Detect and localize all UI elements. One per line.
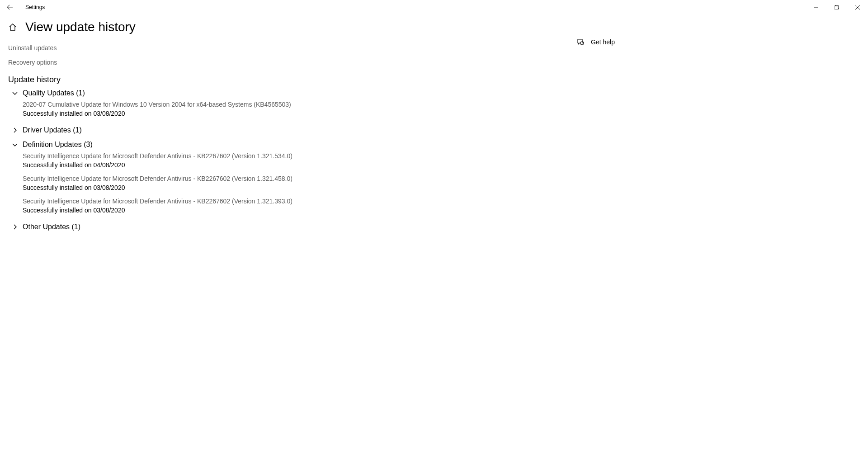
titlebar: Settings — [0, 0, 868, 14]
chevron-right-icon — [11, 126, 19, 134]
content: Get help Uninstall updates Recovery opti… — [0, 38, 868, 233]
group-label: Other Updates (1) — [23, 223, 80, 231]
titlebar-left: Settings — [4, 1, 45, 14]
group-label: Definition Updates (3) — [23, 141, 93, 149]
update-item-status: Successfully installed on 03/08/2020 — [23, 184, 125, 191]
group-definition-updates[interactable]: Definition Updates (3) — [11, 139, 860, 151]
recovery-options-link[interactable]: Recovery options — [8, 55, 860, 70]
minimize-button[interactable] — [806, 0, 826, 14]
update-item-title[interactable]: Security Intelligence Update for Microso… — [23, 152, 292, 161]
chat-help-icon — [576, 38, 585, 46]
update-item: Security Intelligence Update for Microso… — [23, 196, 860, 218]
page-title: View update history — [25, 20, 136, 34]
page-header: View update history — [0, 14, 868, 38]
update-item-status: Successfully installed on 04/08/2020 — [23, 161, 125, 169]
close-icon — [855, 5, 860, 9]
home-icon — [9, 23, 17, 31]
arrow-left-icon — [6, 4, 14, 11]
window-controls — [806, 0, 868, 14]
back-button[interactable] — [4, 1, 16, 14]
update-item-status: Successfully installed on 03/08/2020 — [23, 110, 125, 117]
update-item: Security Intelligence Update for Microso… — [23, 151, 860, 173]
update-item-title[interactable]: Security Intelligence Update for Microso… — [23, 175, 292, 184]
app-name: Settings — [25, 4, 45, 10]
svg-rect-0 — [835, 6, 838, 9]
group-other-updates[interactable]: Other Updates (1) — [11, 221, 860, 233]
group-quality-updates[interactable]: Quality Updates (1) — [11, 87, 860, 99]
update-item: Security Intelligence Update for Microso… — [23, 173, 860, 196]
group-label: Driver Updates (1) — [23, 126, 82, 134]
chevron-right-icon — [11, 223, 19, 231]
update-history-heading: Update history — [8, 75, 860, 85]
chevron-down-icon — [11, 89, 19, 97]
update-item-title[interactable]: Security Intelligence Update for Microso… — [23, 198, 292, 207]
maximize-icon — [835, 5, 839, 9]
chevron-down-icon — [11, 141, 19, 149]
minimize-icon — [814, 5, 818, 9]
update-item: 2020-07 Cumulative Update for Windows 10… — [23, 99, 860, 122]
update-item-title[interactable]: 2020-07 Cumulative Update for Windows 10… — [23, 101, 291, 110]
close-button[interactable] — [847, 0, 868, 14]
group-driver-updates[interactable]: Driver Updates (1) — [11, 124, 860, 136]
get-help-link[interactable]: Get help — [576, 38, 615, 46]
maximize-button[interactable] — [826, 0, 847, 14]
update-item-status: Successfully installed on 03/08/2020 — [23, 207, 125, 214]
get-help-label: Get help — [591, 38, 615, 46]
uninstall-updates-link[interactable]: Uninstall updates — [8, 41, 860, 55]
group-label: Quality Updates (1) — [23, 89, 85, 97]
home-button[interactable] — [8, 23, 17, 32]
